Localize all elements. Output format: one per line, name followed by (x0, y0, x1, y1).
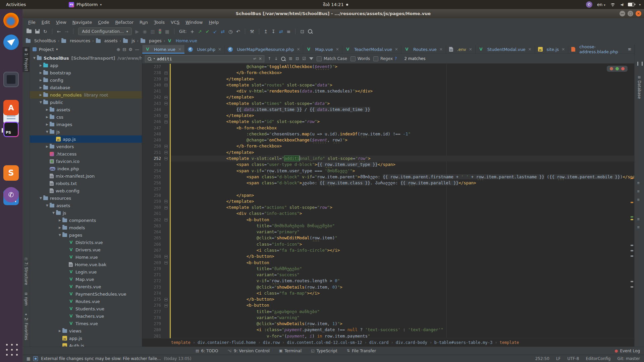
tree-item-js[interactable]: ▼js (30, 128, 142, 135)
volume-icon[interactable]: ◄) (620, 3, 624, 6)
tree-item-web.config[interactable]: web.config (30, 187, 142, 194)
tab-studentmodal.vue[interactable]: VStudentModal.vue× (476, 45, 535, 54)
code-line[interactable]: 260 <template slot="actions" slot-scope=… (142, 204, 634, 210)
tab-teachermodal.vue[interactable]: VTeacherModal.vue× (342, 45, 401, 54)
close-icon[interactable]: × (395, 47, 398, 52)
stripe-toggle-icon[interactable] (637, 62, 643, 66)
line-number[interactable]: 248 (142, 131, 162, 137)
system-chevron-icon[interactable]: ▾ (639, 3, 641, 6)
line-number[interactable]: 243 (142, 101, 162, 107)
previous-occurrence-icon[interactable]: ↑ (268, 56, 271, 61)
code-line[interactable]: 241 <div v-html="renderRoutes(data.item.… (142, 88, 634, 94)
collapse-all-icon[interactable]: ⊟ (122, 47, 126, 52)
coverage-icon[interactable]: ▥ (151, 29, 155, 34)
line-number[interactable]: 260 (142, 204, 162, 210)
fold-marker-icon[interactable] (164, 102, 168, 105)
git-commit-icon[interactable]: ✔ (206, 29, 210, 34)
stripe-mark-icon[interactable]: ≣ (637, 198, 640, 201)
tool-button-7-structure[interactable]: ◳7: Structure (22, 256, 30, 286)
git-merge-icon[interactable]: ⇄ (221, 29, 225, 34)
fold-marker-icon[interactable] (164, 145, 168, 148)
tree-item-app.js[interactable]: JSapp.js (30, 135, 142, 143)
line-number[interactable]: 281 (142, 333, 162, 338)
line-number[interactable]: 265 (142, 235, 162, 241)
code-line[interactable]: 273 @click="showDetails(row.item, 0)"> (142, 284, 634, 290)
code-line[interactable]: 280 <i :class="payment.payment_date !== … (142, 327, 634, 333)
tree-item-app.js[interactable]: JSapp.js (30, 335, 142, 342)
wrench-icon[interactable]: ⚒ (250, 29, 254, 34)
chevron-collapsed-icon[interactable]: ▶ (57, 219, 62, 222)
tab-map.vue[interactable]: VMap.vue× (303, 45, 342, 54)
close-icon[interactable]: × (469, 47, 472, 52)
line-number[interactable]: 278 (142, 315, 162, 321)
chevron-collapsed-icon[interactable]: ▶ (38, 78, 43, 82)
tree-item-vendors[interactable]: ▶vendors (30, 143, 142, 150)
chevron-collapsed-icon[interactable]: ▶ (57, 226, 62, 229)
menu-vcs[interactable]: VCS (168, 19, 182, 25)
tool-button-file-transfer[interactable]: ⇅File Transfer (347, 349, 376, 353)
remote-host-icon[interactable]: ≡ (287, 29, 291, 34)
clear-search-icon[interactable]: × (259, 56, 262, 61)
tree-item-favicon.ico[interactable]: favicon.ico (30, 158, 142, 165)
clock[interactable]: შაბ 14:21 (323, 0, 348, 9)
tool-button-2-favorites[interactable]: ★2: Favorites (22, 312, 30, 341)
code-line[interactable]: 250 </b-form-checkbox> (142, 143, 634, 149)
code-editor[interactable]: 237 @change="toggleAllCheckbox($event)">… (142, 64, 634, 338)
error-stripe-mark[interactable] (631, 281, 633, 282)
chevron-expanded-icon[interactable]: ▼ (32, 56, 37, 60)
menu-edit[interactable]: Edit (39, 19, 53, 25)
code-line[interactable]: 268 </b-button> (142, 253, 634, 259)
search-query[interactable]: additi (157, 56, 251, 61)
line-number[interactable]: 245 (142, 113, 162, 119)
tree-item-assets[interactable]: ▶assets (30, 106, 142, 113)
find-all-icon[interactable] (281, 57, 285, 61)
tree-item-login.vue[interactable]: VLogin.vue (30, 268, 142, 276)
app-menu-button[interactable]: PS PhpStorm ▾ (69, 0, 102, 9)
code-line[interactable]: 245 </template> (142, 113, 634, 119)
event-log-button[interactable]: Event Log (615, 347, 640, 355)
save-all-icon[interactable] (35, 29, 40, 34)
remove-selection-icon[interactable]: ⊟ (296, 56, 299, 61)
tree-item-images[interactable]: ▶images (30, 121, 142, 128)
battery-icon[interactable] (628, 3, 634, 6)
line-number[interactable]: 241 (142, 88, 162, 94)
close-icon[interactable]: × (561, 47, 565, 52)
code-line[interactable]: 257 (142, 186, 634, 192)
title-bar[interactable]: SchoolBus [/var/www/html/SchoolBus] - ..… (22, 9, 644, 18)
status-message[interactable]: External file changes sync may be slow: … (41, 356, 161, 361)
upload-icon[interactable]: ↥ (264, 29, 268, 34)
chevron-expanded-icon[interactable]: ▼ (38, 196, 43, 200)
close-icon[interactable]: × (218, 47, 221, 52)
chevron-collapsed-icon[interactable]: ▶ (45, 123, 50, 126)
hide-panel-icon[interactable]: — (135, 47, 139, 52)
editor-breadcrumb-item[interactable]: div.card-body (395, 340, 428, 345)
close-icon[interactable]: × (297, 47, 300, 52)
chevron-collapsed-icon[interactable]: ▶ (57, 329, 62, 333)
tree-item-resources[interactable]: ▼resources (30, 194, 142, 202)
line-number[interactable]: 279 (142, 321, 162, 327)
fold-marker-icon[interactable] (164, 200, 168, 203)
tree-item-routes.vue[interactable]: VRoutes.vue (30, 298, 142, 305)
fold-marker-icon[interactable] (164, 261, 168, 264)
git-history-icon[interactable]: ◷ (228, 29, 232, 34)
stripe-mark-icon[interactable]: ≣ (637, 217, 640, 221)
line-number[interactable]: 276 (142, 302, 162, 308)
back-icon[interactable]: ← (57, 29, 61, 34)
chevron-collapsed-icon[interactable]: ▶ (38, 64, 43, 67)
tree-item-database[interactable]: ▶database (30, 84, 142, 91)
show-applications-button[interactable] (5, 343, 18, 356)
chevron-collapsed-icon[interactable]: ▶ (38, 86, 43, 89)
tree-item-home.vue[interactable]: VHome.vue (30, 253, 142, 261)
viber-launcher-icon[interactable]: ✆ (3, 187, 19, 202)
debug-icon[interactable]: ◉ (143, 29, 147, 34)
error-stripe-mark[interactable] (631, 202, 633, 203)
line-number[interactable]: 268 (142, 253, 162, 259)
line-number[interactable]: 247 (142, 125, 162, 131)
code-line[interactable]: 237 @change="toggleAllCheckbox($event)"> (142, 64, 634, 70)
code-line[interactable]: 238 </b-form-checkbox> (142, 70, 634, 76)
chevron-collapsed-icon[interactable]: ▶ (38, 93, 43, 97)
code-line[interactable]: 264 variant="primary" (142, 229, 634, 235)
code-line[interactable]: 263 title="მომხმარებლის მონაცემები" (142, 223, 634, 229)
stripe-mark-icon[interactable]: ≣ (637, 181, 640, 185)
line-number[interactable]: 273 (142, 284, 162, 290)
